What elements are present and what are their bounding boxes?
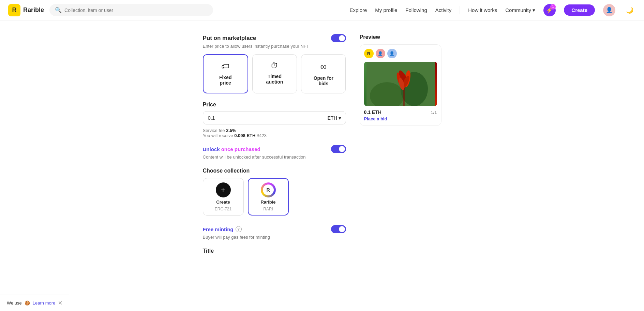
infinity-icon: ∞: [320, 61, 327, 72]
collection-card-create[interactable]: + Create ERC-721: [203, 178, 244, 216]
unlock-subtitle: Content will be unlocked after successfu…: [203, 154, 346, 160]
theme-toggle[interactable]: 🌙: [624, 4, 636, 16]
free-minting-toggle-knob: [339, 226, 345, 232]
preview-avatar-pink: 👤: [376, 49, 385, 58]
create-collection-name: Create: [216, 199, 230, 205]
preview-price-row: 0.1 ETH 1/1: [364, 109, 437, 115]
plus-icon: +: [221, 186, 225, 194]
rarible-inner-icon: R: [263, 184, 274, 195]
preview-bid-link[interactable]: Place a bid: [364, 116, 437, 121]
timed-auction-label: Timedauction: [266, 74, 283, 85]
rarible-collection-sub: RARI: [263, 207, 273, 211]
nav-following[interactable]: Following: [405, 7, 427, 13]
receive-eth: 0.098 ETH: [234, 133, 255, 138]
chevron-down-icon: ▾: [339, 115, 341, 121]
rarible-collection-icon: R: [261, 182, 276, 197]
marketplace-title: Put on marketplace: [203, 35, 256, 42]
title-field-label: Title: [203, 248, 346, 254]
receive-label: You will receive: [203, 133, 233, 138]
tag-icon: 🏷: [221, 62, 229, 71]
notification-badge: 1: [550, 4, 556, 10]
pricing-cards: 🏷 Fixedprice ⏱ Timedauction ∞ Open forbi…: [203, 54, 346, 93]
fee-label: Service fee: [203, 128, 225, 133]
preview-section: Preview R 👤 👤: [360, 34, 441, 254]
preview-avatar-blue: 👤: [387, 49, 397, 58]
preview-eth-price: 0.1 ETH: [364, 109, 381, 115]
navbar: R Rarible 🔍 Explore My profile Following…: [0, 0, 644, 20]
preview-avatar-r: R: [364, 49, 374, 58]
rarible-collection-name: Rarible: [260, 199, 275, 205]
nav-links: Explore My profile Following Activity Ho…: [349, 4, 636, 16]
free-minting-title: Free minting ?: [203, 226, 242, 232]
receive-usd: $423: [257, 133, 267, 138]
marketplace-toggle[interactable]: [331, 34, 346, 42]
logo-link[interactable]: R Rarible: [8, 4, 44, 16]
search-bar[interactable]: 🔍: [49, 4, 213, 16]
open-bids-label: Open forbids: [314, 75, 333, 86]
preview-edition: 1/1: [431, 110, 437, 115]
nav-activity[interactable]: Activity: [435, 7, 452, 13]
fixed-price-label: Fixedprice: [219, 75, 232, 86]
user-avatar[interactable]: 👤: [603, 4, 615, 16]
price-value[interactable]: 0.1: [208, 115, 215, 121]
search-input[interactable]: [64, 8, 208, 13]
unlock-toggle[interactable]: [331, 145, 346, 153]
logo-letter: R: [12, 6, 17, 14]
unlock-header: Unlock once purchased: [203, 145, 346, 153]
collection-title: Choose collection: [203, 168, 346, 174]
free-minting-label: Free minting: [203, 226, 234, 232]
nav-community[interactable]: Community ▾: [505, 7, 535, 13]
pricing-card-fixed[interactable]: 🏷 Fixedprice: [203, 54, 248, 93]
marketplace-section: Put on marketplace Enter price to allow …: [203, 34, 346, 93]
unlock-blue-text: Unlock: [203, 146, 220, 152]
currency-select[interactable]: ETH ▾: [328, 115, 341, 121]
main-content: Put on marketplace Enter price to allow …: [0, 20, 644, 268]
free-minting-help-icon[interactable]: ?: [236, 226, 242, 232]
title-section: Title: [203, 248, 346, 254]
free-minting-section: Free minting ? Buyer will pay gas fees f…: [203, 225, 346, 240]
nav-divider: [460, 6, 460, 14]
preview-title: Preview: [360, 34, 441, 40]
currency-label: ETH: [328, 115, 337, 121]
create-button[interactable]: Create: [564, 4, 595, 16]
preview-card: R 👤 👤 0.1 E: [360, 44, 441, 126]
form-section: Put on marketplace Enter price to allow …: [203, 34, 346, 254]
unlock-toggle-knob: [339, 146, 345, 152]
free-minting-header: Free minting ?: [203, 225, 346, 233]
fee-info: Service fee 2.5% You will receive 0.098 …: [203, 128, 346, 138]
moon-icon: 🌙: [626, 6, 633, 14]
unlock-title: Unlock once purchased: [203, 146, 260, 152]
price-label: Price: [203, 102, 346, 108]
notification-button[interactable]: ⚡ 1: [543, 4, 556, 16]
price-input-row: 0.1 ETH ▾: [203, 111, 346, 124]
nav-how-it-works[interactable]: How it works: [468, 7, 497, 13]
collection-cards: + Create ERC-721 R Rarible RARI: [203, 178, 346, 216]
fee-value: 2.5%: [226, 128, 236, 133]
collection-card-rarible[interactable]: R Rarible RARI: [248, 178, 289, 216]
create-collection-sub: ERC-721: [215, 207, 231, 211]
preview-avatars: R 👤 👤: [364, 49, 437, 58]
unlock-purple-text: once purchased: [221, 146, 260, 152]
nav-my-profile[interactable]: My profile: [375, 7, 397, 13]
marketplace-subtitle: Enter price to allow users instantly pur…: [203, 44, 346, 49]
logo-icon: R: [8, 4, 20, 16]
marketplace-header: Put on marketplace: [203, 34, 346, 42]
pricing-card-timed[interactable]: ⏱ Timedauction: [252, 54, 297, 93]
clock-icon: ⏱: [271, 61, 278, 70]
free-minting-subtitle: Buyer will pay gas fees for minting: [203, 235, 346, 240]
create-collection-icon: +: [216, 182, 231, 197]
pricing-card-open[interactable]: ∞ Open forbids: [301, 54, 346, 93]
collection-section: Choose collection + Create ERC-721 R Rar…: [203, 168, 346, 216]
preview-image: [364, 62, 437, 106]
avatar-icon: 👤: [606, 7, 613, 13]
toggle-knob: [339, 35, 345, 41]
logo-text: Rarible: [23, 6, 44, 14]
nav-explore[interactable]: Explore: [349, 7, 367, 13]
price-section: Price 0.1 ETH ▾ Service fee 2.5% You wil…: [203, 102, 346, 138]
unlock-section: Unlock once purchased Content will be un…: [203, 145, 346, 160]
search-icon: 🔍: [55, 7, 62, 13]
free-minting-toggle[interactable]: [331, 225, 346, 233]
